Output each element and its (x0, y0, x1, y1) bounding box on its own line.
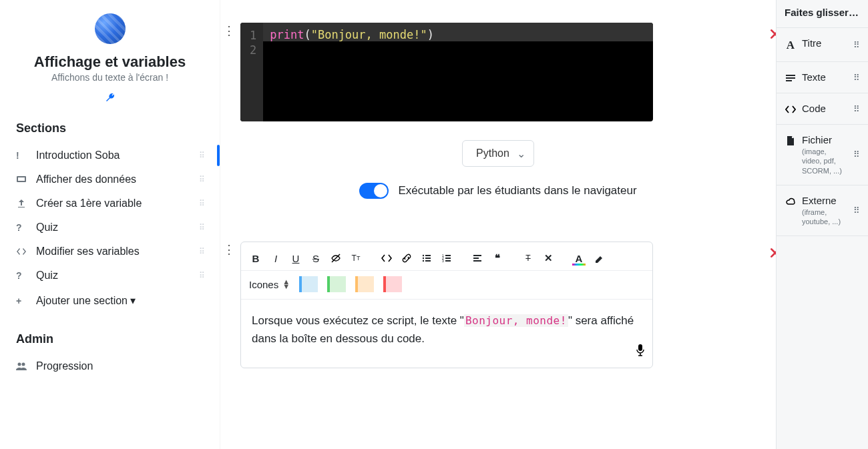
hide-icon[interactable] (327, 249, 345, 268)
code-icon (16, 246, 32, 257)
code-body[interactable]: print("Bonjour, monde!") (263, 23, 653, 121)
delete-block-button[interactable] (769, 247, 776, 262)
bold-button[interactable]: B (246, 249, 265, 268)
icones-dropdown[interactable]: Icones ▲▼ (249, 279, 290, 290)
link-button[interactable] (397, 249, 416, 268)
rte-content[interactable]: Lorsque vous exécutez ce script, le text… (241, 300, 652, 368)
text-size-button[interactable]: TT (347, 249, 365, 268)
section-item-quiz-1[interactable]: ? Quiz ⠿ (16, 215, 204, 240)
section-item-afficher[interactable]: Afficher des données ⠿ (16, 167, 204, 191)
chevron-down-icon: ⌄ (517, 147, 525, 160)
svg-rect-15 (445, 258, 451, 259)
admin-label: Progression (36, 360, 93, 372)
swatch-orange[interactable] (355, 276, 374, 292)
upload-icon (16, 198, 32, 209)
block-palette: Faites glisser… A Titre ⠿ Texte ⠿ Code ⠿… (776, 0, 868, 449)
exclaim-icon: ! (16, 150, 32, 161)
ul-button[interactable] (417, 249, 436, 268)
section-item-modifier[interactable]: Modifier ses variables ⠿ (16, 240, 204, 264)
display-icon (16, 174, 32, 185)
drag-handle[interactable]: ⋮ (223, 248, 235, 251)
palette-heading: Faites glisser… (777, 0, 868, 28)
highlight-button[interactable] (590, 249, 608, 268)
section-label: Créer sa 1ère variable (36, 197, 142, 209)
grip-icon[interactable]: ⠿ (853, 107, 861, 111)
underline-button[interactable]: U (286, 249, 305, 268)
svg-point-2 (18, 363, 21, 366)
grip-icon[interactable]: ⠿ (199, 201, 206, 205)
svg-text:3: 3 (442, 259, 444, 263)
svg-point-7 (423, 260, 424, 262)
code-token-string: "Bonjour, monde!" (311, 28, 427, 41)
grip-icon[interactable]: ⠿ (853, 76, 861, 79)
palette-item-titre[interactable]: A Titre ⠿ (777, 28, 868, 62)
strike-button[interactable]: S (306, 249, 325, 268)
grip-icon[interactable]: ⠿ (199, 250, 206, 254)
section-item-introduction[interactable]: ! Introduction Soba ⠿ (16, 143, 204, 167)
svg-rect-14 (445, 255, 451, 256)
admin-heading: Admin (16, 332, 204, 346)
users-icon (16, 361, 32, 372)
question-icon: ? (16, 222, 32, 233)
align-button[interactable] (468, 249, 487, 268)
svg-rect-22 (786, 77, 795, 79)
grip-icon[interactable]: ⠿ (853, 209, 861, 212)
type-icon: A (785, 39, 797, 52)
text-color-button[interactable]: A (570, 249, 588, 268)
palette-item-code[interactable]: Code ⠿ (777, 93, 868, 125)
sort-icon: ▲▼ (282, 280, 290, 289)
swatch-blue[interactable] (299, 276, 318, 292)
quote-button[interactable]: ❝ (488, 249, 507, 268)
section-label: Modifier ses variables (36, 246, 140, 258)
svg-rect-18 (473, 258, 479, 259)
main-editor: ⋮ 1 2 print("Bonjour, monde!") Python ⌄ (220, 0, 776, 449)
grip-icon[interactable]: ⠿ (199, 274, 206, 278)
palette-item-externe[interactable]: Externe (iframe, youtube, ...) ⠿ (777, 185, 868, 237)
svg-rect-1 (18, 177, 25, 181)
course-subtitle: Affichons du texte à l'écran ! (16, 72, 204, 83)
rte-icon-row: Icones ▲▼ (241, 271, 652, 300)
add-section-button[interactable]: + Ajouter une section ▾ (16, 288, 204, 314)
italic-button[interactable]: I (266, 249, 285, 268)
language-select[interactable]: Python ⌄ (462, 140, 534, 167)
svg-point-3 (22, 363, 25, 366)
code-token-fn: print (270, 28, 304, 41)
course-avatar (95, 13, 126, 44)
grip-icon[interactable]: ⠿ (853, 43, 861, 47)
admin-item-progression[interactable]: Progression (16, 354, 204, 378)
grip-icon[interactable]: ⠿ (853, 153, 861, 156)
svg-rect-20 (638, 344, 642, 351)
executable-toggle[interactable] (359, 183, 389, 199)
rte-text: Lorsque vous exécutez ce script, le text… (252, 314, 464, 327)
rich-text-editor: B I U S TT (240, 242, 653, 368)
code-inline-button[interactable] (377, 249, 396, 268)
cloud-icon (785, 196, 797, 207)
svg-rect-23 (786, 80, 792, 81)
grip-icon[interactable]: ⠿ (199, 153, 206, 157)
grip-icon[interactable]: ⠿ (199, 226, 206, 230)
code-editor[interactable]: 1 2 print("Bonjour, monde!") (240, 23, 653, 121)
grip-icon[interactable]: ⠿ (199, 177, 206, 181)
section-item-quiz-2[interactable]: ? Quiz ⠿ (16, 264, 204, 288)
ol-button[interactable]: 123 (437, 249, 456, 268)
sidebar: Affichage et variables Affichons du text… (0, 0, 220, 449)
section-item-creer[interactable]: Créer sa 1ère variable ⠿ (16, 191, 204, 215)
palette-item-texte[interactable]: Texte ⠿ (777, 62, 868, 93)
section-label: Afficher des données (36, 173, 136, 185)
file-icon (785, 135, 797, 146)
swatch-red[interactable] (383, 276, 402, 292)
wrench-icon[interactable] (105, 93, 116, 105)
svg-rect-16 (445, 260, 451, 262)
svg-rect-8 (425, 255, 431, 256)
code-icon (785, 104, 797, 115)
text-block-container: ⋮ B I U S TT (235, 242, 761, 368)
remove-button[interactable]: ✕ (539, 249, 558, 268)
delete-block-button[interactable] (769, 28, 776, 43)
drag-handle[interactable]: ⋮ (223, 29, 235, 32)
svg-rect-10 (425, 260, 431, 262)
palette-item-fichier[interactable]: Fichier (image, video, pdf, SCORM, ...) … (777, 125, 868, 185)
swatch-green[interactable] (327, 276, 346, 292)
microphone-icon[interactable] (635, 344, 646, 362)
clear-format-button[interactable]: T (519, 249, 537, 268)
text-icon (785, 73, 797, 83)
